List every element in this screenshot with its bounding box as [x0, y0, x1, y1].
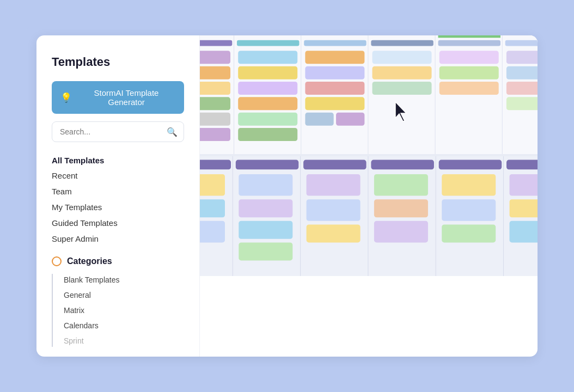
- svg-rect-26: [305, 66, 364, 79]
- svg-rect-2: [237, 40, 299, 46]
- svg-rect-55: [200, 221, 225, 243]
- sidebar-item-all-templates[interactable]: All Templates: [52, 153, 184, 168]
- sidebar-item-super-admin[interactable]: Super Admin: [52, 231, 184, 247]
- bulb-icon: 💡: [60, 92, 72, 103]
- svg-rect-64: [374, 199, 428, 217]
- svg-rect-56: [239, 174, 292, 196]
- svg-rect-60: [307, 174, 361, 196]
- svg-rect-34: [439, 51, 499, 64]
- svg-rect-40: [506, 97, 538, 110]
- category-general[interactable]: General: [58, 289, 184, 301]
- categories-list: Blank Templates General Matrix Calendars…: [52, 274, 184, 347]
- categories-section: Categories Blank Templates General Matri…: [52, 256, 184, 347]
- svg-rect-43: [236, 160, 299, 170]
- svg-rect-63: [374, 174, 428, 196]
- svg-rect-69: [510, 174, 538, 196]
- svg-rect-68: [442, 224, 496, 242]
- svg-rect-46: [439, 160, 502, 170]
- svg-rect-22: [238, 97, 297, 110]
- svg-rect-7: [505, 40, 538, 46]
- outer-container: Templates 💡 StormAI Template Generator 🔍…: [26, 24, 548, 367]
- svg-rect-71: [510, 221, 538, 243]
- sidebar-item-guided-templates[interactable]: Guided Templates: [52, 215, 184, 231]
- page-title: Templates: [52, 55, 184, 69]
- svg-rect-25: [305, 51, 364, 64]
- svg-rect-31: [373, 51, 432, 64]
- category-calendars[interactable]: Calendars: [58, 320, 184, 332]
- svg-rect-57: [239, 199, 292, 217]
- svg-rect-59: [239, 242, 292, 260]
- sidebar-item-recent[interactable]: Recent: [52, 168, 184, 183]
- board-svg-1: [200, 35, 538, 154]
- svg-rect-62: [307, 224, 361, 242]
- category-sprint[interactable]: Sprint: [58, 335, 184, 347]
- svg-rect-4: [371, 40, 433, 46]
- svg-rect-54: [200, 199, 225, 217]
- svg-rect-24: [238, 128, 297, 141]
- svg-rect-30: [336, 113, 364, 126]
- svg-rect-39: [506, 82, 538, 95]
- storm-ai-button[interactable]: 💡 StormAI Template Generator: [52, 81, 184, 114]
- main-card: Templates 💡 StormAI Template Generator 🔍…: [36, 35, 538, 357]
- category-blank-templates[interactable]: Blank Templates: [58, 274, 184, 286]
- svg-rect-33: [373, 82, 432, 95]
- nav-section: All Templates Recent Team My Templates G…: [52, 153, 184, 247]
- svg-rect-23: [238, 113, 297, 126]
- svg-rect-66: [442, 174, 496, 196]
- categories-title: Categories: [67, 256, 112, 266]
- board-svg-2: [200, 156, 538, 276]
- sidebar: Templates 💡 StormAI Template Generator 🔍…: [36, 35, 200, 357]
- categories-circle-icon: [52, 256, 62, 266]
- svg-rect-17: [200, 113, 230, 126]
- svg-rect-58: [239, 221, 292, 239]
- svg-rect-61: [307, 199, 361, 221]
- svg-rect-42: [200, 160, 231, 170]
- svg-rect-53: [200, 174, 225, 196]
- svg-rect-65: [374, 221, 428, 243]
- svg-rect-38: [506, 66, 538, 79]
- svg-rect-36: [439, 82, 499, 95]
- svg-rect-29: [305, 113, 333, 126]
- category-matrix[interactable]: Matrix: [58, 304, 184, 316]
- svg-rect-44: [303, 160, 367, 170]
- svg-rect-1: [200, 40, 232, 46]
- sidebar-item-my-templates[interactable]: My Templates: [52, 199, 184, 215]
- svg-rect-6: [438, 40, 500, 46]
- svg-rect-32: [373, 66, 432, 79]
- svg-rect-16: [200, 97, 230, 110]
- svg-rect-13: [200, 51, 230, 64]
- svg-rect-19: [238, 51, 297, 64]
- sidebar-item-team[interactable]: Team: [52, 183, 184, 199]
- search-input[interactable]: [52, 121, 184, 142]
- svg-rect-21: [238, 82, 297, 95]
- svg-rect-18: [200, 128, 230, 141]
- board-preview-1: [200, 35, 538, 155]
- svg-rect-28: [305, 97, 364, 110]
- svg-rect-3: [304, 40, 366, 46]
- svg-rect-14: [200, 66, 230, 79]
- svg-rect-47: [506, 160, 538, 170]
- svg-rect-27: [305, 82, 364, 95]
- categories-header: Categories: [52, 256, 184, 266]
- svg-rect-70: [510, 199, 538, 217]
- svg-rect-45: [371, 160, 434, 170]
- content-area: [200, 35, 538, 357]
- svg-rect-15: [200, 82, 230, 95]
- svg-rect-67: [442, 199, 496, 221]
- svg-rect-20: [238, 66, 297, 79]
- storm-ai-label: StormAI Template Generator: [77, 88, 175, 107]
- svg-rect-35: [439, 66, 499, 79]
- svg-rect-37: [506, 51, 538, 64]
- board-preview-2: [200, 156, 538, 276]
- svg-rect-5: [438, 35, 500, 38]
- search-container: 🔍: [52, 121, 184, 142]
